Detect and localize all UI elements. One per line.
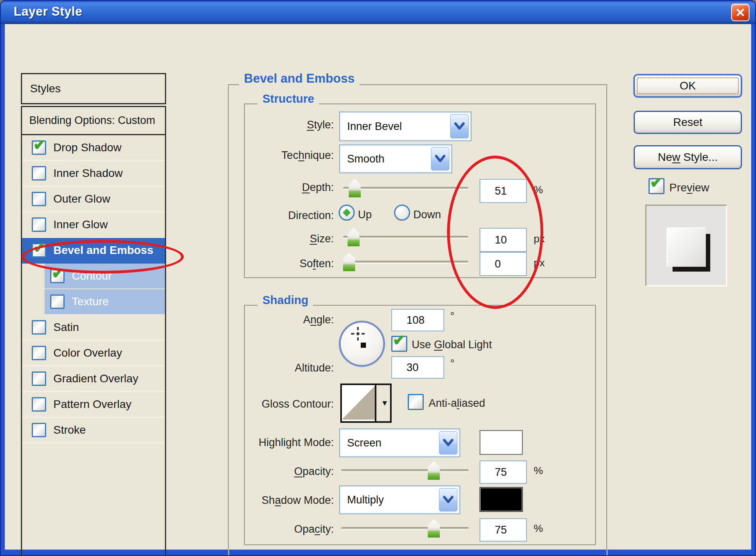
item-checkbox[interactable]: ✔ — [32, 140, 46, 155]
highlight-opacity-unit: % — [534, 465, 543, 477]
direction-down-label: Down — [413, 209, 441, 221]
chevron-down-icon[interactable] — [439, 488, 457, 511]
highlight-mode-select[interactable]: Screen — [339, 428, 460, 457]
size-slider[interactable] — [343, 228, 468, 247]
item-checkbox[interactable]: ✔ — [50, 269, 65, 283]
highlight-color-swatch[interactable] — [480, 430, 523, 455]
focus-ring — [637, 77, 739, 94]
item-label: Satin — [53, 321, 79, 334]
item-label: Inner Shadow — [53, 167, 123, 180]
item-checkbox[interactable] — [32, 192, 46, 206]
size-input[interactable] — [480, 228, 527, 252]
item-checkbox[interactable] — [32, 217, 46, 232]
item-checkbox[interactable] — [32, 423, 46, 437]
use-global-light-label: Use Global Light — [412, 339, 492, 351]
shadow-opacity-thumb[interactable] — [428, 519, 440, 538]
shadow-color-swatch[interactable] — [480, 487, 523, 512]
shadow-mode-label: Shadow Mode: — [193, 494, 334, 507]
style-list-item[interactable]: Stroke — [22, 418, 165, 443]
style-list-item[interactable]: ✔Bevel and Emboss — [22, 238, 165, 264]
angle-input[interactable] — [391, 309, 444, 331]
size-slider-track[interactable] — [343, 236, 468, 238]
item-checkbox[interactable]: ✔ — [32, 243, 46, 258]
style-select[interactable]: Inner Bevel — [339, 112, 471, 141]
styles-header-label: Styles — [30, 82, 61, 95]
shadow-opacity-track[interactable] — [341, 527, 469, 529]
chevron-down-icon[interactable] — [431, 147, 449, 170]
angle-unit: ° — [450, 310, 454, 322]
close-icon: ✕ — [735, 6, 745, 20]
altitude-input[interactable] — [391, 356, 444, 379]
style-list-item[interactable]: Texture — [22, 289, 165, 315]
reset-button[interactable]: Reset — [634, 111, 742, 134]
gloss-contour-thumbnail[interactable] — [342, 385, 376, 421]
size-slider-thumb[interactable] — [348, 228, 360, 246]
highlight-opacity-input[interactable] — [480, 461, 527, 484]
item-label: Bevel and Emboss — [53, 244, 153, 257]
use-global-light-checkbox[interactable]: ✔ — [391, 336, 407, 352]
gloss-contour-label: Gloss Contour: — [193, 398, 334, 410]
preview-bevel-square — [667, 227, 706, 267]
highlight-opacity-track[interactable] — [341, 469, 469, 471]
item-checkbox[interactable] — [32, 166, 46, 181]
style-list-item[interactable]: Blending Options: Custom — [22, 107, 165, 135]
item-label: Stroke — [53, 424, 86, 436]
style-list-item[interactable]: Color Overlay — [22, 341, 165, 366]
shadow-opacity-slider[interactable] — [341, 519, 469, 538]
gloss-contour-swatch[interactable]: ▼ — [340, 384, 392, 423]
style-label: Style: — [193, 119, 334, 131]
style-select-value: Inner Bevel — [340, 120, 450, 133]
styles-header: Styles — [21, 73, 166, 104]
item-checkbox[interactable] — [32, 346, 46, 360]
highlight-opacity-thumb[interactable] — [428, 461, 440, 480]
angle-crosshair-icon — [357, 327, 359, 341]
shadow-mode-select[interactable]: Multiply — [339, 485, 460, 514]
style-list-item[interactable]: Satin — [22, 315, 165, 341]
angle-dial[interactable] — [339, 321, 385, 367]
new-style-button[interactable]: New Style... — [634, 145, 742, 169]
ok-button[interactable]: OK — [634, 74, 742, 97]
anti-aliased-label: Anti-aliased — [429, 397, 485, 410]
preview-checkbox[interactable]: ✔ — [648, 178, 665, 194]
style-list-item[interactable]: Pattern Overlay — [22, 392, 165, 418]
style-list-item[interactable]: Inner Shadow — [22, 161, 165, 187]
item-checkbox[interactable] — [50, 294, 65, 309]
style-list-item[interactable]: Gradient Overlay — [22, 366, 165, 392]
soften-slider-track[interactable] — [343, 261, 468, 263]
depth-slider[interactable] — [343, 179, 468, 198]
depth-unit: % — [534, 184, 543, 196]
style-list-item[interactable]: ✔Contour — [22, 264, 165, 289]
close-button[interactable]: ✕ — [731, 4, 750, 21]
preview-thumbnail — [645, 205, 727, 286]
direction-radio-down[interactable] — [394, 205, 410, 221]
depth-slider-thumb[interactable] — [349, 179, 361, 197]
highlight-mode-label: Highlight Mode: — [193, 436, 334, 449]
highlight-opacity-slider[interactable] — [341, 461, 469, 481]
shading-legend: Shading — [258, 294, 313, 307]
soften-input[interactable] — [480, 252, 527, 276]
gloss-contour-dropdown-icon[interactable]: ▼ — [381, 399, 388, 408]
style-list-item[interactable]: Inner Glow — [22, 212, 165, 238]
shadow-opacity-input[interactable] — [480, 518, 527, 542]
chevron-down-icon[interactable] — [439, 431, 457, 455]
technique-select[interactable]: Smooth — [339, 144, 452, 173]
style-list-item[interactable]: ✔Drop Shadow — [22, 135, 165, 161]
item-label: Contour — [72, 270, 112, 282]
direction-up-label: Up — [358, 209, 372, 221]
shadow-opacity-label: Opacity: — [193, 523, 334, 536]
chevron-down-icon[interactable] — [450, 114, 469, 138]
depth-input[interactable] — [480, 179, 527, 203]
anti-aliased-checkbox[interactable] — [408, 394, 424, 410]
technique-select-value: Smooth — [340, 153, 431, 165]
item-checkbox[interactable] — [32, 397, 46, 412]
highlight-opacity-label: Opacity: — [193, 465, 334, 478]
direction-radio-up[interactable] — [339, 205, 355, 221]
soften-slider-thumb[interactable] — [343, 253, 355, 271]
item-checkbox[interactable] — [32, 371, 46, 386]
style-list-item[interactable]: Outer Glow — [22, 187, 165, 212]
item-checkbox[interactable] — [32, 320, 46, 335]
layer-style-dialog: Layer Style ✕ Styles Blending Options: C… — [0, 0, 756, 556]
soften-slider[interactable] — [343, 253, 468, 272]
technique-label: Technique: — [193, 149, 334, 162]
depth-slider-track[interactable] — [343, 187, 468, 189]
